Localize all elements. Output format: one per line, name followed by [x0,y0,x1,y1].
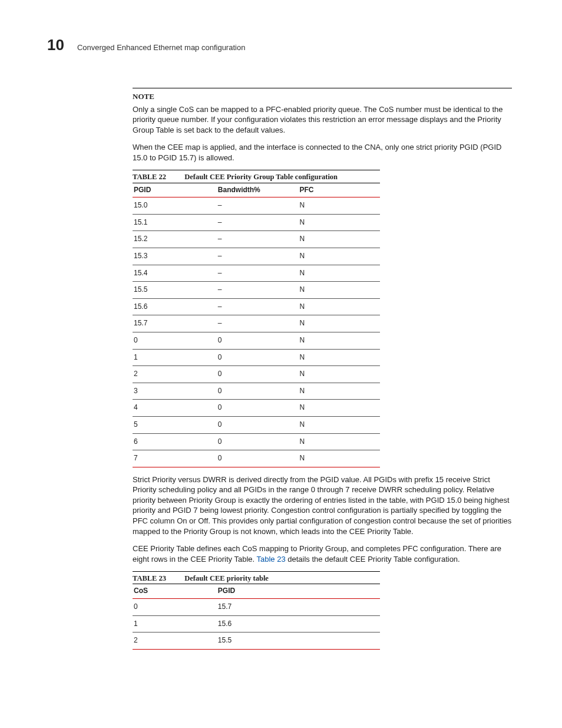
table22: PGID Bandwidth% PFC 15.0–N15.1–N15.2–N15… [133,183,380,467]
page-content: NOTE Only a single CoS can be mapped to … [133,88,512,650]
table-cell: N [298,248,380,265]
chapter-number: 10 [47,35,64,55]
table-cell: N [298,265,380,282]
section-title: Converged Enhanced Ethernet map configur… [77,43,245,53]
table-cell: 5 [133,416,217,433]
table-cell: N [298,231,380,248]
table-cell: N [298,383,380,400]
table-cell: N [298,282,380,299]
table-row: 60N [133,433,380,450]
table-cell: 0 [217,416,299,433]
table-cell: – [217,265,299,282]
table-cell: 1 [133,615,217,633]
note-text: Only a single CoS can be mapped to a PFC… [133,104,512,136]
table-row: 215.5 [133,633,380,650]
table-cell: 0 [217,349,299,366]
table-cell: – [217,282,299,299]
table-row: 15.2–N [133,231,380,248]
table-row: 015.7 [133,598,380,615]
table-cell: 2 [133,633,217,650]
table-cell: 15.4 [133,265,217,282]
note-top-rule [133,88,512,88]
table-cell: 0 [217,433,299,450]
table-cell: – [217,298,299,315]
table22-header-pgid: PGID [133,183,217,197]
table-cell: N [298,298,380,315]
para3-text-b: details the default CEE Priority Table c… [286,555,460,564]
table22-label: TABLE 22 [133,173,166,181]
table22-header-bandwidth: Bandwidth% [217,183,299,197]
table-cell: 7 [133,450,217,467]
table-cell: 15.6 [217,615,380,633]
table23-label: TABLE 23 [133,574,166,582]
paragraph-strict-priority: Strict Priority versus DWRR is derived d… [133,475,512,536]
table23-title: Default CEE priority table [184,574,269,582]
table-cell: 15.5 [133,282,217,299]
table-cell: N [298,416,380,433]
table-cell: 15.6 [133,298,217,315]
table-row: 15.5–N [133,282,380,299]
table-row: 115.6 [133,615,380,633]
table-cell: 0 [217,400,299,417]
table-cell: 0 [133,598,217,615]
table-row: 15.1–N [133,214,380,231]
table-cell: N [298,315,380,332]
table-cell: 15.2 [133,231,217,248]
table-cell: 15.5 [217,633,380,650]
table22-caption: TABLE 22 Default CEE Priority Group Tabl… [133,170,380,182]
table-cell: 6 [133,433,217,450]
table-cell: 15.7 [217,598,380,615]
table-cell: 0 [217,450,299,467]
table-cell: 4 [133,400,217,417]
table23-caption: TABLE 23 Default CEE priority table [133,571,380,583]
table-row: 00N [133,332,380,350]
table-cell: 0 [217,383,299,400]
table-cell: N [298,366,380,383]
table-cell: 2 [133,366,217,383]
table-cell: 15.3 [133,248,217,265]
table-cell: – [217,197,299,215]
table-row: 40N [133,400,380,417]
table-cell: 15.1 [133,214,217,231]
note-label: NOTE [133,92,512,102]
table-cell: – [217,214,299,231]
paragraph-cee-priority-table: CEE Priority Table defines each CoS mapp… [133,543,512,564]
table-cell: N [298,349,380,366]
table-cell: N [298,450,380,467]
table-cell: 15.0 [133,197,217,215]
table-row: 70N [133,450,380,467]
table-row: 10N [133,349,380,366]
table-row: 20N [133,366,380,383]
table-row: 15.0–N [133,197,380,215]
table-cell: N [298,214,380,231]
table-row: 15.3–N [133,248,380,265]
table-row: 15.6–N [133,298,380,315]
paragraph-cee-map: When the CEE map is applied, and the int… [133,142,512,163]
table-cell: 0 [217,366,299,383]
table-cell: 1 [133,349,217,366]
table-cell: N [298,400,380,417]
table-cell: N [298,197,380,215]
table23: CoS PGID 015.7115.6215.5 [133,584,380,649]
table-cell: N [298,332,380,350]
table-cell: 15.7 [133,315,217,332]
table-cell: – [217,248,299,265]
page-header: 10 Converged Enhanced Ethernet map confi… [47,35,515,55]
table-cell: 3 [133,383,217,400]
table-cell: N [298,433,380,450]
link-table23[interactable]: Table 23 [257,555,286,564]
table-row: 30N [133,383,380,400]
table-cell: 0 [217,332,299,350]
table22-header-pfc: PFC [298,183,380,197]
table-cell: – [217,231,299,248]
table-row: 15.4–N [133,265,380,282]
table-cell: – [217,315,299,332]
table23-header-pgid: PGID [217,584,380,599]
table23-header-cos: CoS [133,584,217,599]
table-row: 15.7–N [133,315,380,332]
table-cell: 0 [133,332,217,350]
table22-title: Default CEE Priority Group Table configu… [184,173,338,181]
table-row: 50N [133,416,380,433]
